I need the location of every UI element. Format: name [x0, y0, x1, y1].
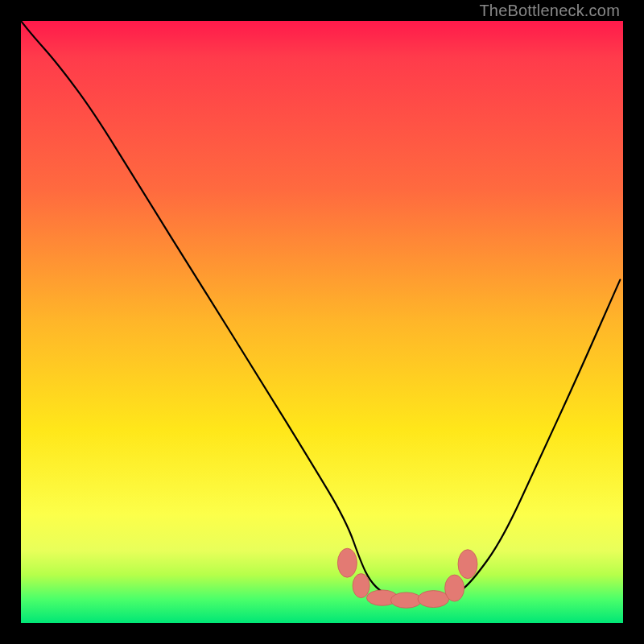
- watermark-text: TheBottleneck.com: [479, 2, 620, 20]
- plot-area: [21, 21, 623, 623]
- chart-stage: TheBottleneck.com: [0, 0, 644, 644]
